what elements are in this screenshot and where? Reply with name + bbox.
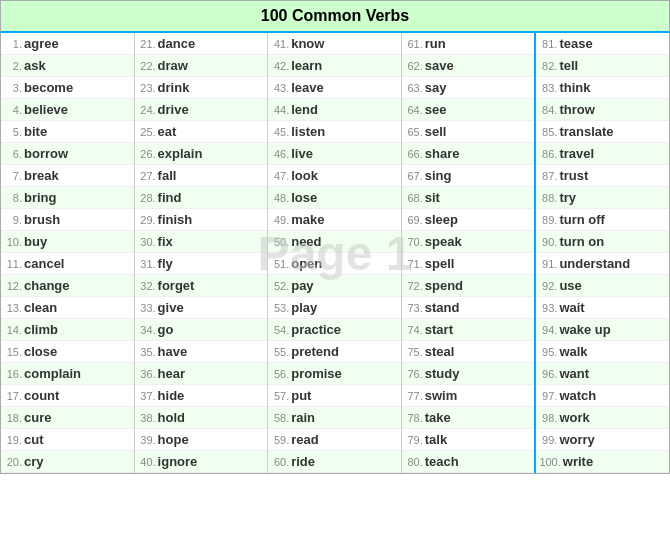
item-number: 49.: [271, 214, 289, 226]
list-item: 45.listen: [268, 121, 401, 143]
item-number: 51.: [271, 258, 289, 270]
item-number: 58.: [271, 412, 289, 424]
item-word: save: [425, 58, 454, 73]
list-item: 96.want: [536, 363, 669, 385]
list-item: 34.go: [135, 319, 268, 341]
item-word: borrow: [24, 146, 68, 161]
list-item: 5.bite: [1, 121, 134, 143]
item-number: 80.: [405, 456, 423, 468]
item-word: turn on: [559, 234, 604, 249]
item-word: take: [425, 410, 451, 425]
item-number: 30.: [138, 236, 156, 248]
list-item: 11.cancel: [1, 253, 134, 275]
item-word: turn off: [559, 212, 604, 227]
item-word: forget: [158, 278, 195, 293]
list-item: 33.give: [135, 297, 268, 319]
item-number: 7.: [4, 170, 22, 182]
item-number: 41.: [271, 38, 289, 50]
item-word: walk: [559, 344, 587, 359]
item-number: 39.: [138, 434, 156, 446]
item-number: 85.: [539, 126, 557, 138]
item-number: 67.: [405, 170, 423, 182]
item-word: travel: [559, 146, 594, 161]
list-item: 81.tease: [536, 33, 669, 55]
item-word: pretend: [291, 344, 339, 359]
item-number: 18.: [4, 412, 22, 424]
list-item: 50.need: [268, 231, 401, 253]
item-word: sleep: [425, 212, 458, 227]
item-number: 4.: [4, 104, 22, 116]
list-item: 41.know: [268, 33, 401, 55]
item-word: hope: [158, 432, 189, 447]
item-word: ask: [24, 58, 46, 73]
item-word: look: [291, 168, 318, 183]
list-item: 68.sit: [402, 187, 535, 209]
item-word: cry: [24, 454, 44, 469]
item-word: cut: [24, 432, 44, 447]
list-item: 86.travel: [536, 143, 669, 165]
item-word: use: [559, 278, 581, 293]
list-item: 10.buy: [1, 231, 134, 253]
item-number: 45.: [271, 126, 289, 138]
item-word: give: [158, 300, 184, 315]
list-item: 40.ignore: [135, 451, 268, 473]
list-item: 91.understand: [536, 253, 669, 275]
item-word: ride: [291, 454, 315, 469]
item-number: 25.: [138, 126, 156, 138]
item-word: fix: [158, 234, 173, 249]
item-number: 90.: [539, 236, 557, 248]
item-word: explain: [158, 146, 203, 161]
list-item: 85.translate: [536, 121, 669, 143]
item-word: ignore: [158, 454, 198, 469]
item-word: put: [291, 388, 311, 403]
list-item: 30.fix: [135, 231, 268, 253]
list-item: 25.eat: [135, 121, 268, 143]
item-number: 12.: [4, 280, 22, 292]
list-item: 43.leave: [268, 77, 401, 99]
item-number: 66.: [405, 148, 423, 160]
list-item: 28.find: [135, 187, 268, 209]
list-item: 57.put: [268, 385, 401, 407]
item-word: promise: [291, 366, 342, 381]
list-item: 99.worry: [536, 429, 669, 451]
item-number: 3.: [4, 82, 22, 94]
list-item: 88.try: [536, 187, 669, 209]
item-number: 88.: [539, 192, 557, 204]
list-item: 35.have: [135, 341, 268, 363]
item-word: drink: [158, 80, 190, 95]
item-word: lend: [291, 102, 318, 117]
list-item: 9.brush: [1, 209, 134, 231]
item-number: 47.: [271, 170, 289, 182]
list-item: 6.borrow: [1, 143, 134, 165]
list-item: 15.close: [1, 341, 134, 363]
item-number: 40.: [138, 456, 156, 468]
item-number: 11.: [4, 258, 22, 270]
item-word: rain: [291, 410, 315, 425]
item-word: hear: [158, 366, 185, 381]
item-word: bring: [24, 190, 57, 205]
item-number: 62.: [405, 60, 423, 72]
list-item: 12.change: [1, 275, 134, 297]
item-word: read: [291, 432, 318, 447]
item-number: 33.: [138, 302, 156, 314]
item-number: 29.: [138, 214, 156, 226]
item-word: worry: [559, 432, 594, 447]
list-item: 54.practice: [268, 319, 401, 341]
item-word: break: [24, 168, 59, 183]
item-number: 81.: [539, 38, 557, 50]
list-item: 2.ask: [1, 55, 134, 77]
item-word: go: [158, 322, 174, 337]
item-number: 89.: [539, 214, 557, 226]
list-item: 69.sleep: [402, 209, 535, 231]
item-number: 76.: [405, 368, 423, 380]
item-number: 54.: [271, 324, 289, 336]
item-number: 65.: [405, 126, 423, 138]
title-bar: 100 Common Verbs: [0, 0, 670, 33]
item-word: teach: [425, 454, 459, 469]
list-item: 97.watch: [536, 385, 669, 407]
item-number: 5.: [4, 126, 22, 138]
list-item: 47.look: [268, 165, 401, 187]
item-number: 22.: [138, 60, 156, 72]
item-number: 26.: [138, 148, 156, 160]
item-number: 70.: [405, 236, 423, 248]
